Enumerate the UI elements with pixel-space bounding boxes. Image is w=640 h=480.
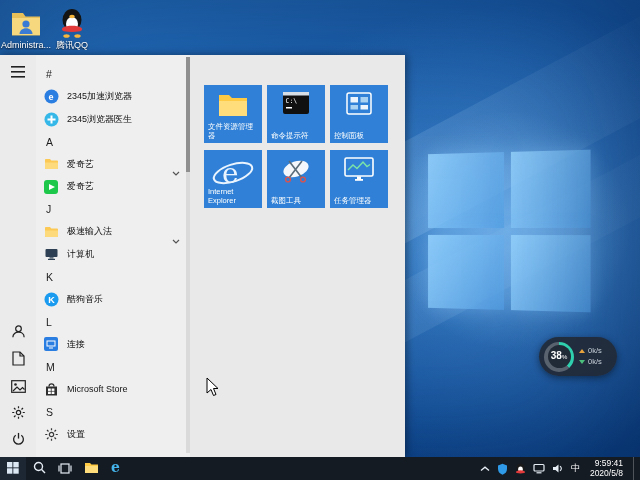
tile-internet-explorer[interactable]: e Internet Explorer <box>204 150 262 208</box>
folder-item-jisu-ime[interactable]: 极速输入法 <box>36 221 190 244</box>
expand-menu-button[interactable] <box>0 59 36 86</box>
app-label: 连接 <box>67 338 85 351</box>
settings-gear-icon <box>43 426 59 442</box>
windows-logo <box>428 150 591 313</box>
tile-file-explorer[interactable]: 文件资源管理器 <box>204 85 262 143</box>
clock-date: 2020/5/8 <box>590 469 623 479</box>
start-button[interactable] <box>0 457 26 480</box>
section-header-hash[interactable]: # <box>36 63 190 86</box>
app-label: Microsoft Store <box>67 384 128 394</box>
section-header-s[interactable]: S <box>36 401 190 424</box>
section-header-j[interactable]: J <box>36 198 190 221</box>
app-item-kugou[interactable]: K 酷狗音乐 <box>36 288 190 311</box>
file-explorer-icon <box>204 92 262 117</box>
upload-arrow-icon <box>579 349 585 353</box>
svg-text:e: e <box>111 459 120 475</box>
network-icon[interactable] <box>533 457 545 480</box>
store-icon <box>43 381 59 397</box>
app-item-iqiyi[interactable]: 爱奇艺 <box>36 176 190 199</box>
svg-text:K: K <box>48 295 55 305</box>
upload-speed-value: 0k/s <box>588 347 602 355</box>
task-view-button[interactable] <box>52 457 78 480</box>
gauge-value: 38 % <box>548 345 571 368</box>
section-letter: M <box>46 361 55 373</box>
hidden-icons-chevron-icon[interactable] <box>480 457 490 480</box>
power-icon <box>11 432 26 451</box>
documents-button[interactable] <box>0 347 36 374</box>
tile-label: Internet Explorer <box>208 187 259 205</box>
speed-readouts: 0k/s 0k/s <box>579 347 602 366</box>
upload-speed: 0k/s <box>579 347 602 355</box>
volume-icon[interactable] <box>552 457 564 480</box>
settings-gear-icon <box>11 405 26 424</box>
desktop-icon-administrator[interactable]: Administra... <box>0 7 52 50</box>
network-speed-widget[interactable]: 38 % 0k/s 0k/s <box>539 337 617 376</box>
iqiyi-icon <box>43 179 59 195</box>
app-label: 2345加速浏览器 <box>67 90 132 103</box>
section-header-m[interactable]: M <box>36 356 190 379</box>
tile-control-panel[interactable]: 控制面板 <box>330 85 388 143</box>
tile-label: 截图工具 <box>271 196 322 205</box>
qq-tray-icon[interactable] <box>515 457 526 480</box>
folder-label: 极速输入法 <box>67 225 112 238</box>
section-letter: L <box>46 316 52 328</box>
app-item-computer[interactable]: 计算机 <box>36 243 190 266</box>
file-explorer-taskbar-button[interactable] <box>78 457 104 480</box>
ime-indicator[interactable]: 中 <box>571 457 580 480</box>
qq-icon <box>56 7 88 39</box>
windows-logo-pane <box>510 150 590 228</box>
app-item-2345-browser[interactable]: e 2345加速浏览器 <box>36 86 190 109</box>
section-header-a[interactable]: A <box>36 131 190 154</box>
task-manager-icon <box>330 157 388 183</box>
memory-gauge: 38 % <box>544 342 574 372</box>
kugou-icon: K <box>43 291 59 307</box>
search-button[interactable] <box>26 457 52 480</box>
taskbar-clock[interactable]: 9:59:41 2020/5/8 <box>587 459 626 478</box>
edge-icon: e <box>110 459 125 479</box>
user-account-button[interactable] <box>0 320 36 347</box>
section-header-l[interactable]: L <box>36 311 190 334</box>
section-letter: K <box>46 271 53 283</box>
desktop-icon-qq[interactable]: 腾讯QQ <box>46 7 98 50</box>
user-icon <box>11 324 26 343</box>
task-view-icon <box>58 460 72 478</box>
settings-button[interactable] <box>0 401 36 428</box>
svg-text:e: e <box>48 92 53 102</box>
tile-task-manager[interactable]: 任务管理器 <box>330 150 388 208</box>
file-explorer-icon <box>84 460 99 478</box>
show-desktop-button[interactable] <box>633 457 637 480</box>
documents-icon <box>12 351 25 370</box>
tile-snipping-tool[interactable]: 截图工具 <box>267 150 325 208</box>
2345-doctor-icon <box>43 111 59 127</box>
folder-icon <box>43 156 59 172</box>
folder-item-iqiyi[interactable]: 爱奇艺 <box>36 153 190 176</box>
folder-label: 爱奇艺 <box>67 158 94 171</box>
app-item-settings[interactable]: 设置 <box>36 423 190 446</box>
download-arrow-icon <box>579 360 585 364</box>
edge-taskbar-button[interactable]: e <box>104 457 130 480</box>
svg-text:C:\: C:\ <box>286 97 298 105</box>
user-folder-icon <box>10 7 42 39</box>
2345-browser-icon: e <box>43 89 59 105</box>
system-tray: 中 9:59:41 2020/5/8 <box>480 457 640 480</box>
app-item-connect[interactable]: 连接 <box>36 333 190 356</box>
app-item-2345-doctor[interactable]: 2345浏览器医生 <box>36 108 190 131</box>
command-prompt-icon: C:\ <box>267 92 325 114</box>
app-item-microsoft-store[interactable]: Microsoft Store <box>36 378 190 401</box>
section-header-k[interactable]: K <box>36 266 190 289</box>
hamburger-icon <box>11 64 25 82</box>
section-letter: J <box>46 203 51 215</box>
windows-logo-pane <box>510 235 590 313</box>
internet-explorer-icon: e <box>204 155 262 191</box>
app-label: 爱奇艺 <box>67 180 94 193</box>
power-button[interactable] <box>0 428 36 455</box>
download-speed-value: 0k/s <box>588 358 602 366</box>
app-label: 计算机 <box>67 248 94 261</box>
computer-icon <box>43 246 59 262</box>
tile-command-prompt[interactable]: C:\ 命令提示符 <box>267 85 325 143</box>
svg-text:e: e <box>222 157 239 190</box>
start-menu-app-list: # e 2345加速浏览器 2345浏览器医生 A <box>36 55 190 457</box>
security-shield-icon[interactable] <box>497 457 508 480</box>
start-menu-tile-area: 文件资源管理器 C:\ 命令提示符 控制面板 e <box>190 55 405 457</box>
pictures-button[interactable] <box>0 374 36 401</box>
